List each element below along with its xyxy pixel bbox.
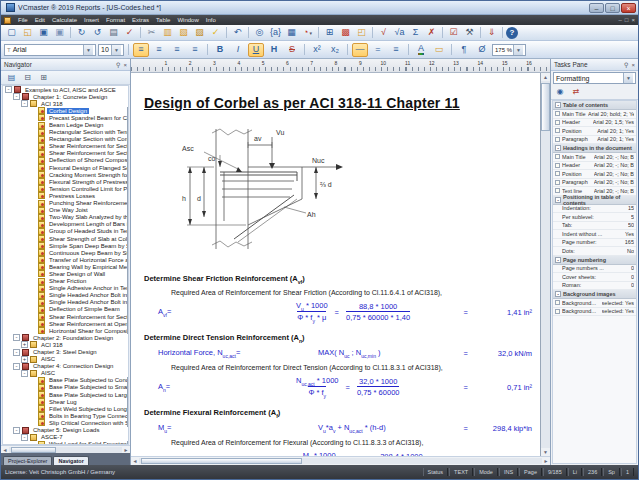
tree-item[interactable]: - Chapter 5: Design Loads	[3, 427, 128, 434]
sidebar-hscrollbar[interactable]: ◄ ►	[1, 445, 130, 453]
tree-expander[interactable]: -	[5, 86, 12, 93]
tree-expander[interactable]	[29, 327, 36, 334]
tree-item[interactable]: Punching Shear Reinforcement on Slab	[3, 200, 128, 207]
maximize-button[interactable]: □	[605, 3, 620, 13]
tree-expander[interactable]	[29, 313, 36, 320]
tree-expander[interactable]	[29, 235, 36, 242]
insert-field-icon[interactable]: {a}	[268, 26, 283, 39]
undo-icon[interactable]: ↶	[230, 26, 245, 39]
options-check-icon[interactable]: ☑	[446, 26, 461, 39]
font-size-select[interactable]: 10 ▼	[98, 44, 124, 56]
tree-expander[interactable]: -	[21, 434, 28, 441]
tree-expander[interactable]	[29, 306, 36, 313]
tree-item[interactable]: Development Length of Bars in Tension	[3, 221, 128, 228]
tree-expander[interactable]	[29, 391, 36, 398]
font-select[interactable]: T Arial ▼	[4, 44, 96, 56]
scroll-down-icon[interactable]: ▼	[541, 448, 550, 456]
tree-item[interactable]: Rectangular Section with Tension Reinfo	[3, 129, 128, 136]
grid-row[interactable]: Header Arial 20; -; No; B	[553, 162, 636, 171]
grid-row[interactable]: Position Arial 20; -; No; B	[553, 170, 636, 179]
tree-expander[interactable]	[29, 320, 36, 327]
grid-row[interactable]: Background... selected: Yes	[553, 308, 636, 317]
menu-item[interactable]: Info	[206, 17, 216, 23]
superscript-button[interactable]: x²	[309, 43, 325, 57]
tree-expander[interactable]: +	[21, 356, 28, 363]
tree-item[interactable]: Horizontal Shear for Composite Slab and	[3, 327, 128, 334]
grid-row[interactable]: Main Title Arial 20; bold; 2; Yes	[553, 110, 636, 119]
update-icon[interactable]: ↻	[74, 26, 89, 39]
scroll-left-icon[interactable]: ◄	[1, 447, 9, 453]
chart-icon[interactable]: ◔	[300, 26, 315, 39]
grid-row[interactable]: Page number: 165	[553, 239, 636, 248]
tree-item[interactable]: Deflection of Shored Composite Section	[3, 157, 128, 164]
open-folder-icon[interactable]: ◱	[20, 26, 35, 39]
tree-item[interactable]: - Chapter 1: Concrete Design	[3, 93, 128, 100]
tree-item[interactable]: + ACI 318	[3, 341, 128, 348]
tree-expander[interactable]	[29, 299, 36, 306]
grid-row[interactable]: Indentation: 15	[553, 205, 636, 214]
tree-expander[interactable]	[29, 214, 36, 221]
italic-button[interactable]: I	[230, 43, 246, 57]
tree-item[interactable]: Flexural Design of Flanged Section	[3, 164, 128, 171]
grid-row[interactable]: Main Title Arial 20; -; No; B	[553, 153, 636, 162]
tree-expander[interactable]	[29, 178, 36, 185]
zoom-select[interactable]: 175 % ▼	[492, 44, 526, 56]
document-page[interactable]: Design of Corbel as per ACI 318-11 Chapt…	[131, 73, 541, 456]
scroll-right-icon[interactable]: ►	[122, 447, 130, 453]
spellcheck-icon[interactable]: ✓	[122, 26, 137, 39]
align-center-button[interactable]: ≡	[151, 43, 167, 57]
tree-expander[interactable]	[29, 200, 36, 207]
tree-expander[interactable]	[29, 419, 36, 426]
mdi-close-button[interactable]: ×	[631, 16, 635, 24]
collapse-icon[interactable]: -	[555, 102, 561, 108]
tree-expander[interactable]	[29, 192, 36, 199]
tree-item[interactable]: Shear Reinforcement for Section Subject	[3, 143, 128, 150]
chevron-down-icon[interactable]: ▼	[111, 45, 121, 55]
tree-item[interactable]: Shear Design of Wall	[3, 270, 128, 277]
grid-row[interactable]: Per sublevel: 5	[553, 213, 636, 222]
pilcrow-button[interactable]: ¶	[456, 43, 472, 57]
tree-expander[interactable]	[29, 150, 36, 157]
grid-row[interactable]: Tab: 50	[553, 222, 636, 231]
transfer-format-icon[interactable]: ⇄	[570, 86, 582, 98]
sidebar-tab[interactable]: Navigator	[53, 456, 88, 465]
scroll-thumb[interactable]	[541, 83, 550, 131]
grid-group-header[interactable]: - Headings in the document	[553, 144, 636, 153]
tree-expander[interactable]	[29, 114, 36, 121]
insert-image-button[interactable]: ▭	[431, 43, 447, 57]
menu-item[interactable]: Insert	[84, 17, 99, 23]
tree-item[interactable]: Base Plate Subjected to Concentric Load	[3, 377, 128, 384]
document-hscrollbar[interactable]: ◄ ►	[131, 456, 550, 465]
tree-expander[interactable]	[29, 122, 36, 129]
tree-item[interactable]: Transfer of Horizontal Force at Base of …	[3, 256, 128, 263]
tree-item[interactable]: Beam Ledge Design	[3, 121, 128, 128]
grid-row[interactable]: Paragraph Arial 20; -; No; B	[553, 179, 636, 188]
calculator-icon[interactable]: ▩	[338, 26, 353, 39]
tree-expander[interactable]: -	[13, 427, 20, 434]
tree-expander[interactable]	[29, 377, 36, 384]
collapse-all-icon[interactable]: ⊟	[21, 72, 34, 83]
tree-item[interactable]: + AISC	[3, 356, 128, 363]
tree-item[interactable]: Flexural Strength of Prestressed Member	[3, 178, 128, 185]
tree-expander[interactable]	[29, 398, 36, 405]
pin-icon[interactable]: ⚲	[116, 61, 120, 68]
sidebar-tab[interactable]: Project-Explorer	[3, 456, 52, 465]
project-folder-icon[interactable]: ◰	[354, 26, 369, 39]
apply-style-icon[interactable]: ◉	[554, 86, 566, 98]
tree-expander[interactable]	[29, 157, 36, 164]
line-spacing-onehalf-button[interactable]: =	[370, 43, 386, 57]
grid-row[interactable]: Dots: No	[553, 247, 636, 256]
grid-group-header[interactable]: - Background images	[553, 290, 636, 299]
tree-expander[interactable]: -	[13, 93, 20, 100]
grid-group-header[interactable]: - Page numbering	[553, 256, 636, 265]
strikethrough-button[interactable]: S	[284, 43, 300, 57]
scroll-left-icon[interactable]: ◄	[131, 458, 139, 464]
tree-item[interactable]: Shear Friction	[3, 278, 128, 285]
new-window-icon[interactable]: ⊞	[322, 26, 337, 39]
tree-item[interactable]: Fillet Weld Subjected to Longitudinal Sh	[3, 405, 128, 412]
collapse-icon[interactable]: -	[555, 257, 561, 263]
tree-item[interactable]: Base Plate Subjected to Large Eccentrici…	[3, 391, 128, 398]
tree-item[interactable]: Slip Critical Connection with Short-Slot…	[3, 419, 128, 426]
menu-item[interactable]: Extras	[132, 17, 149, 23]
tree-expander[interactable]	[29, 292, 36, 299]
